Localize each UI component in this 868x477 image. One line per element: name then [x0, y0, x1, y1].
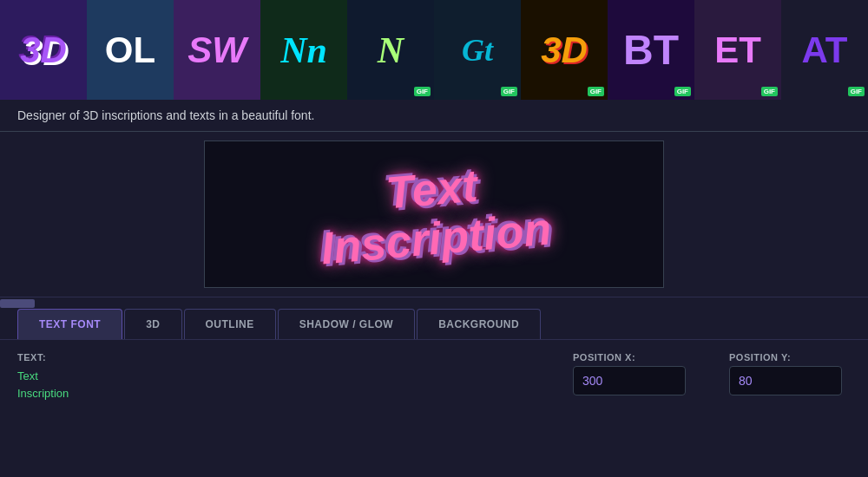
text-current-value: Text Inscription: [17, 368, 538, 402]
tab-3d[interactable]: 3D: [124, 309, 181, 339]
tab-background[interactable]: BACKGROUND: [417, 309, 541, 339]
description-bar: Designer of 3D inscriptions and texts in…: [0, 100, 868, 132]
thumbnail-5[interactable]: Gt GIF: [434, 0, 521, 100]
text-control: TEXT: Text Inscription: [17, 352, 538, 402]
controls-area: TEXT: Text Inscription POSITION X: POSIT…: [0, 340, 868, 414]
position-y-input[interactable]: [729, 366, 842, 395]
thumbnail-3[interactable]: Nn: [260, 0, 347, 100]
text-line2: Inscription: [17, 385, 538, 402]
preview-canvas: Text Inscription: [204, 140, 664, 288]
thumbnail-4[interactable]: N GIF: [347, 0, 434, 100]
position-x-input[interactable]: [573, 366, 686, 395]
gif-badge: GIF: [501, 87, 517, 96]
tab-bar: TEXT FONT 3D OUTLINE SHADOW / GLOW BACKG…: [0, 309, 868, 340]
position-x-label: POSITION X:: [573, 352, 694, 363]
preview-text: Text Inscription: [315, 154, 554, 273]
thumbnail-2[interactable]: SW: [174, 0, 260, 100]
thumbnail-1[interactable]: OL: [87, 0, 174, 100]
thumbnail-0[interactable]: 3D: [0, 0, 87, 100]
position-x-control: POSITION X:: [573, 352, 694, 395]
text-label: TEXT:: [17, 352, 538, 363]
position-y-control: POSITION Y:: [729, 352, 851, 395]
text-line1: Text: [17, 368, 538, 385]
gif-badge: GIF: [414, 87, 431, 96]
gif-badge: GIF: [674, 87, 691, 96]
position-y-label: POSITION Y:: [729, 352, 851, 363]
scroll-bar-area[interactable]: [0, 297, 868, 309]
tab-outline[interactable]: OUTLINE: [184, 309, 276, 339]
gif-badge: GIF: [761, 87, 778, 96]
tab-shadow-glow[interactable]: SHADOW / GLOW: [278, 309, 416, 339]
description-text: Designer of 3D inscriptions and texts in…: [17, 108, 314, 122]
tab-text-font[interactable]: TEXT FONT: [17, 309, 122, 339]
thumbnail-8[interactable]: ET GIF: [694, 0, 781, 100]
scroll-indicator[interactable]: [0, 299, 35, 308]
thumbnail-9[interactable]: AT GIF: [781, 0, 868, 100]
thumbnail-strip: 3D OL SW Nn N GIF Gt GIF 3D GIF BT GIF E…: [0, 0, 868, 100]
gif-badge: GIF: [848, 87, 865, 96]
thumbnail-7[interactable]: BT GIF: [608, 0, 694, 100]
gif-badge: GIF: [588, 87, 604, 96]
canvas-area: Text Inscription: [0, 132, 868, 297]
thumbnail-6[interactable]: 3D GIF: [521, 0, 608, 100]
